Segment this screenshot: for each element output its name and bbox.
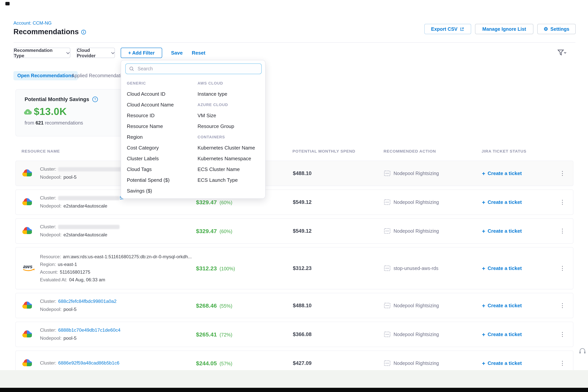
plus-icon: + [482, 360, 486, 366]
action-icon [384, 228, 390, 234]
screen-corner-artifact [6, 2, 10, 6]
redacted-value [58, 167, 128, 172]
search-icon [129, 66, 134, 72]
table-row[interactable]: Cluster: Nodepool:e2standar4autoscale $3… [15, 218, 574, 244]
redacted-value [58, 225, 120, 229]
gcp-icon [22, 358, 32, 368]
filter-group-generic: GENERIC Cloud Account ID Cloud Account N… [127, 78, 195, 196]
kebab-menu-icon[interactable]: ⋮ [560, 302, 565, 309]
settings-label: Settings [550, 26, 569, 32]
create-ticket-button[interactable]: + Create a ticket [482, 228, 522, 234]
filter-option[interactable]: Kubernetes Namespace [198, 153, 264, 164]
create-ticket-button[interactable]: + Create a ticket [482, 199, 522, 206]
reset-filter-button[interactable]: Reset [192, 50, 206, 56]
table-row[interactable]: Cluster:5i Nodepool:e2standar4autoscale … [15, 190, 574, 215]
bottom-bar [0, 388, 588, 392]
savings-cell: $329.47(60%) [196, 199, 232, 206]
table-row[interactable]: Resource:arn:aws:rds:us-east-1:511616801… [15, 247, 574, 290]
filter-option[interactable]: Resource ID [127, 110, 195, 121]
question-icon[interactable]: ? [92, 96, 98, 102]
filter-option[interactable]: Cloud Account ID [127, 89, 195, 100]
create-ticket-button[interactable]: + Create a ticket [482, 265, 522, 272]
redacted-value [58, 196, 120, 200]
recommended-action-cell: Nodepool Rightsizing [384, 332, 439, 337]
filter-option[interactable]: Region [127, 132, 195, 142]
filter-group-cloud: AWS CLOUD Instance type AZURE CLOUD VM S… [198, 78, 264, 186]
svg-text:?: ? [94, 98, 96, 101]
table-row[interactable]: Cluster:6886e92f59a48cad86b5b1c6 $244.05… [15, 350, 574, 370]
spend-cell: $549.12 [293, 199, 312, 205]
kebab-menu-icon[interactable]: ⋮ [560, 170, 565, 177]
recommended-action-cell: Nodepool Rightsizing [384, 360, 439, 366]
export-csv-button[interactable]: Export CSV [424, 24, 471, 34]
table-row[interactable]: Cluster:6888b1c70e49db17c1de60c4 Nodepoo… [15, 322, 574, 347]
spend-cell: $488.10 [293, 170, 312, 176]
kebab-menu-icon[interactable]: ⋮ [560, 228, 565, 234]
settings-button[interactable]: ⚙ Settings [537, 24, 576, 34]
filter-option[interactable]: Cluster Labels [127, 153, 195, 164]
recommended-action-cell: Nodepool Rightsizing [384, 199, 439, 205]
add-filter-dropdown: GENERIC Cloud Account ID Cloud Account N… [121, 60, 266, 199]
action-icon [384, 360, 390, 366]
filter-section-header: CONTAINERS [198, 132, 264, 142]
filter-option[interactable]: ECS Launch Type [198, 175, 264, 186]
export-csv-label: Export CSV [431, 26, 458, 32]
recommendation-type-filter[interactable]: Recommendation Type [14, 48, 70, 58]
table-row[interactable]: Cluster: Nodepool:pool-5 $488.10 Nodepoo… [15, 161, 574, 186]
cluster-link[interactable]: 6886e92f59a48cad86b5b1c6 [58, 360, 120, 366]
cloud-provider-filter[interactable]: Cloud Provider [76, 48, 115, 58]
filter-search-box[interactable] [125, 64, 262, 74]
table-row[interactable]: Cluster:688c2fefc84fbdc99801a0a2 Nodepoo… [15, 293, 574, 318]
savings-cell: $244.05(57%) [196, 360, 232, 366]
filter-option[interactable]: Savings ($) [127, 186, 195, 196]
page-title: Recommendations [14, 28, 79, 36]
kebab-menu-icon[interactable]: ⋮ [560, 265, 565, 272]
action-icon [384, 265, 390, 271]
manage-ignore-list-button[interactable]: Manage Ignore List [475, 24, 534, 34]
add-filter-button[interactable]: + Add Filter [121, 48, 162, 58]
column-resource-name: RESOURCE NAME [22, 149, 60, 153]
create-ticket-button[interactable]: + Create a ticket [482, 170, 522, 176]
kebab-menu-icon[interactable]: ⋮ [560, 199, 565, 206]
filter-option[interactable]: Kubernetes Cluster Name [198, 142, 264, 153]
kebab-menu-icon[interactable]: ⋮ [560, 360, 565, 367]
plus-icon: + [482, 302, 486, 309]
plus-icon: + [482, 199, 486, 206]
account-breadcrumb[interactable]: Account: CCM-NG [14, 20, 52, 26]
spend-cell: $312.23 [293, 265, 312, 271]
plus-icon: + [482, 265, 486, 272]
filter-option[interactable]: Cloud Tags [127, 164, 195, 175]
filter-option[interactable]: Cost Category [127, 142, 195, 153]
support-headset-icon[interactable] [579, 348, 586, 354]
filter-option[interactable]: Resource Name [127, 121, 195, 132]
create-ticket-button[interactable]: + Create a ticket [482, 360, 522, 366]
create-ticket-button[interactable]: + Create a ticket [482, 302, 522, 309]
filter-option[interactable]: Resource Group [198, 121, 264, 132]
filter-funnel-icon[interactable] [557, 49, 566, 56]
cluster-link[interactable]: 688c2fefc84fbdc99801a0a2 [58, 298, 117, 304]
savings-cell: $265.41(72%) [196, 331, 232, 338]
filter-option[interactable]: Potential Spend ($) [127, 175, 195, 186]
kebab-menu-icon[interactable]: ⋮ [560, 331, 565, 338]
filter-option[interactable]: ECS Cluster Name [198, 164, 264, 175]
cluster-link[interactable]: 6888b1c70e49db17c1de60c4 [58, 328, 120, 333]
external-link-icon [460, 27, 464, 31]
filter-option[interactable]: Instance type [198, 89, 264, 100]
spend-cell: $549.12 [293, 228, 312, 234]
create-ticket-button[interactable]: + Create a ticket [482, 331, 522, 338]
spend-cell: $427.09 [293, 360, 312, 366]
savings-cloud-icon [24, 108, 32, 115]
page-header: Recommendations [14, 28, 86, 36]
recommended-action-cell: stop-unused-aws-rds [384, 265, 438, 271]
info-icon[interactable] [81, 30, 86, 34]
tab-open-recommendations[interactable]: Open Recommendations [14, 71, 78, 80]
gcp-icon [22, 301, 32, 310]
filter-option[interactable]: VM Size [198, 110, 264, 121]
save-filter-button[interactable]: Save [171, 50, 183, 56]
filter-search-input[interactable] [137, 66, 258, 72]
savings-cell: $329.47(60%) [196, 228, 232, 234]
footer-strip [0, 370, 588, 388]
recommended-action-cell: Nodepool Rightsizing [384, 170, 439, 176]
filter-option[interactable]: Cloud Account Name [127, 100, 195, 110]
tab-applied-recommendations[interactable]: Applied Recommendations [72, 73, 129, 78]
